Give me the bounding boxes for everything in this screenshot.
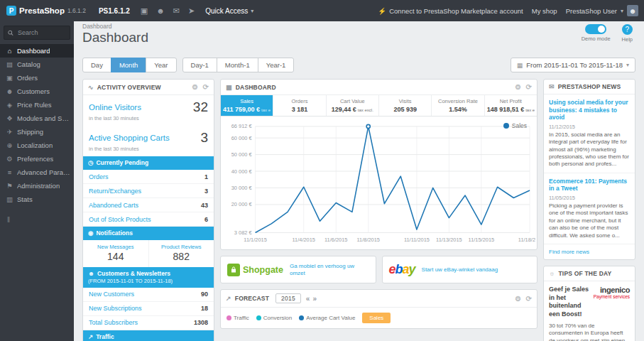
svg-text:11/18/201: 11/18/201	[518, 237, 535, 243]
sidebar-item-dashboard[interactable]: ⌂Dashboard	[0, 44, 74, 58]
sidebar-nav: ⌂Dashboard▤Catalog▣Orders☻Customers◈Pric…	[0, 44, 74, 206]
sidebar-item-label: Localization	[17, 141, 53, 149]
quick-access-menu[interactable]: Quick Access ▾	[199, 7, 260, 15]
gear-icon[interactable]: ⚙	[515, 295, 521, 303]
lightbulb-icon: ☼	[549, 270, 555, 277]
shop-version-badge[interactable]: PS1.6.1.2	[92, 7, 136, 15]
pager-next-icon[interactable]: »	[313, 295, 317, 303]
sidebar-item-advanced-parameters[interactable]: ≡Advanced Parameters	[0, 166, 74, 179]
stat-label: Out of Stock Products	[89, 216, 151, 223]
rocket-icon[interactable]: ➤	[184, 6, 199, 16]
refresh-icon[interactable]: ⟳	[525, 83, 532, 91]
forecast-legend-traffic[interactable]: Traffic	[227, 315, 249, 321]
dashboard-panel-header: ▦ DASHBOARD ⚙ ⟳	[221, 80, 537, 95]
refresh-icon[interactable]: ⟳	[202, 83, 209, 91]
shopgate-link[interactable]: Ga mobiel en verhoog uw omzet	[290, 263, 369, 277]
marketplace-link[interactable]: ⚡ Connect to PrestaShop Marketplace acco…	[378, 7, 523, 15]
news-date: 11/05/2015	[549, 195, 630, 201]
person-icon[interactable]: ☻	[152, 6, 169, 15]
gear-icon[interactable]: ⚙	[515, 83, 521, 91]
stat-value: 43	[201, 202, 208, 209]
pending-row-return-exchanges[interactable]: Return/Exchanges3	[83, 184, 214, 198]
brand-name: PrestaShop	[19, 6, 65, 15]
kpi-note: tax excl.	[261, 108, 271, 112]
notification-product-reviews[interactable]: Product Reviews882	[149, 240, 214, 267]
forecast-legend-conversion[interactable]: Conversion	[256, 315, 292, 321]
sidebar-item-preferences[interactable]: ⚙Preferences	[0, 152, 74, 166]
range-button-year[interactable]: Year	[146, 58, 176, 72]
admin-icon: ⚑	[6, 182, 13, 190]
search-input[interactable]	[16, 28, 66, 37]
ebay-module-ad[interactable]: ebay Start uw eBay-winkel vandaag	[382, 256, 538, 283]
svg-text:11/8/2015: 11/8/2015	[357, 237, 380, 243]
kpi-conversion-rate[interactable]: Conversion Rate1.54%	[432, 95, 484, 116]
prestashop-logo[interactable]: P PrestaShop 1.6.1.2	[0, 6, 92, 16]
kpi-orders[interactable]: Orders3 181	[273, 95, 326, 116]
ebay-link[interactable]: Start uw eBay-winkel vandaag	[422, 266, 498, 274]
help-button[interactable]: ?	[622, 24, 633, 35]
customers-row-total-subscribers[interactable]: Total Subscribers1308	[83, 316, 214, 330]
kpi-sales[interactable]: Sales411 759,00 €tax excl.	[221, 95, 273, 116]
range-button-day[interactable]: Day	[82, 58, 111, 72]
refresh-icon[interactable]: ⟳	[525, 295, 532, 303]
forecast-legend-average-cart-value[interactable]: Average Cart Value	[299, 315, 355, 321]
range-button-year-1[interactable]: Year-1	[258, 58, 295, 72]
news-title-link[interactable]: Using social media for your business: 4 …	[549, 99, 630, 121]
sidebar-item-catalog[interactable]: ▤Catalog	[0, 58, 74, 71]
middle-column: ▦ DASHBOARD ⚙ ⟳ Sales411 759,00 €tax exc…	[220, 79, 537, 329]
shopgate-wordmark: Shopgate	[243, 265, 283, 275]
sidebar-item-price-rules[interactable]: ◈Price Rules	[0, 98, 74, 112]
sidebar-item-customers[interactable]: ☻Customers	[0, 85, 74, 98]
gear-icon[interactable]: ⚙	[192, 83, 198, 91]
online-visitors-link[interactable]: Online Visitors	[89, 103, 141, 112]
sidebar-item-modules-and-services[interactable]: ❖Modules and Services	[0, 112, 74, 125]
panel-tools: ⚙ ⟳	[192, 83, 209, 91]
pending-row-out-of-stock-products[interactable]: Out of Stock Products6	[83, 212, 214, 227]
chart-legend[interactable]: Sales	[503, 122, 527, 129]
activity-pulse-icon: ∿	[88, 84, 94, 91]
my-shop-link[interactable]: My shop	[532, 7, 557, 15]
range-button-month-1[interactable]: Month-1	[217, 58, 258, 72]
active-carts-value: 3	[200, 130, 208, 146]
kpi-net-profit[interactable]: Net Profit148 918,51 €tax excl.	[485, 95, 537, 116]
demo-mode-label: Demo mode	[582, 36, 611, 42]
shopgate-module-ad[interactable]: Shopgate Ga mobiel en verhoog uw omzet	[220, 256, 376, 283]
sidebar-item-administration[interactable]: ⚑Administration	[0, 179, 74, 193]
active-carts-link[interactable]: Active Shopping Carts	[89, 134, 170, 142]
forecast-year-select[interactable]: 2015	[275, 293, 301, 303]
range-button-day-1[interactable]: Day-1	[182, 58, 217, 72]
sidebar-item-localization[interactable]: ⊕Localization	[0, 139, 74, 152]
stat-value: 1	[204, 173, 208, 180]
pending-row-abandoned-carts[interactable]: Abandoned Carts43	[83, 198, 214, 212]
date-range-picker[interactable]: ▦ From 2015-11-01 To 2015-11-18 ▾	[511, 58, 635, 72]
notification-new-messages[interactable]: New Messages144	[83, 240, 149, 267]
customers-section-header: ☻ Customers & Newsletters (FROM 2015-11-…	[83, 267, 214, 288]
pending-row-orders[interactable]: Orders1	[83, 170, 214, 184]
kpi-visits[interactable]: Visits205 939	[379, 95, 432, 116]
customers-row-new-subscriptions[interactable]: New Subscriptions18	[83, 302, 214, 316]
find-more-news-link[interactable]: Find more news	[544, 244, 635, 259]
cart-icon[interactable]: ▣	[136, 6, 152, 16]
sidebar-item-label: Stats	[17, 195, 33, 203]
forecast-sales-button[interactable]: Sales	[362, 313, 391, 323]
sidebar-item-orders[interactable]: ▣Orders	[0, 71, 74, 85]
section-title: Traffic	[96, 333, 114, 341]
kpi-cart-value[interactable]: Cart Value129,44 €tax excl.	[327, 95, 379, 116]
tips-panel: ☼ TIPS OF THE DAY Geef je Sales in het b…	[543, 266, 635, 341]
news-icon: ✉	[549, 83, 555, 90]
sidebar-search[interactable]	[4, 26, 70, 40]
sidebar-item-shipping[interactable]: ✈Shipping	[0, 125, 74, 139]
range-button-month[interactable]: Month	[111, 58, 146, 72]
home-icon: ⌂	[6, 47, 13, 55]
customers-row-new-customers[interactable]: New Customers90	[83, 288, 214, 302]
news-title-link[interactable]: Ecommerce 101: Payments in a Tweet	[549, 178, 630, 193]
user-avatar: ☻	[627, 5, 638, 16]
sidebar-collapse-button[interactable]: ‖	[7, 216, 74, 224]
stat-label: New Subscriptions	[89, 305, 142, 312]
envelope-icon[interactable]: ✉	[169, 6, 184, 16]
user-menu[interactable]: PrestaShop User ▾ ☻	[566, 5, 638, 16]
sidebar-item-stats[interactable]: ▥Stats	[0, 193, 74, 206]
demo-mode-toggle[interactable]	[585, 24, 606, 34]
pager-prev-icon[interactable]: «	[306, 295, 310, 303]
breadcrumb[interactable]: Dashboard	[82, 23, 635, 30]
